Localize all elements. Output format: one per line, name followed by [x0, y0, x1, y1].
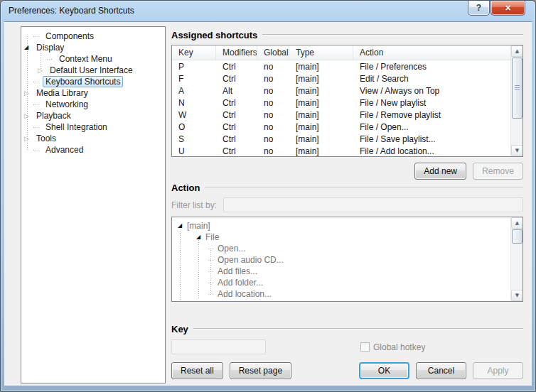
caption-buttons: ? × — [468, 1, 525, 16]
sidebar-item-display[interactable]: ◢ Display — [21, 42, 165, 53]
cell-action: File / Open... — [353, 121, 510, 133]
table-header-row: Key Modifiers Global Type Action — [172, 45, 510, 60]
column-header-global[interactable]: Global — [257, 45, 289, 60]
ok-button[interactable]: OK — [359, 362, 409, 379]
scroll-up-button[interactable]: ▲ — [511, 45, 523, 57]
expander-collapsed-icon[interactable]: ▷ — [24, 133, 33, 144]
cell-type: [main] — [289, 97, 353, 109]
sidebar-item-label: Context Menu — [56, 53, 115, 65]
expander-collapsed-icon[interactable]: ▷ — [24, 87, 33, 99]
cell-key: N — [172, 97, 216, 109]
tree-item-label: Open audio CD... — [218, 255, 284, 265]
sidebar-item-media-library[interactable]: ▷ Media Library — [21, 87, 165, 99]
sidebar-item-advanced[interactable]: Advanced — [21, 144, 165, 156]
preferences-window: Preferences: Keyboard Shortcuts ? × Comp… — [0, 0, 536, 392]
global-hotkey-checkbox — [360, 342, 370, 352]
sidebar-item-playback[interactable]: ▷ Playback — [21, 110, 165, 121]
table-row[interactable]: S Ctrl no [main] File / Save playlist... — [172, 133, 510, 145]
tree-connector — [33, 150, 40, 151]
tree-connector — [208, 249, 215, 249]
sidebar-item-keyboard-shortcuts[interactable]: Keyboard Shortcuts — [21, 76, 165, 87]
scrollbar-thumb[interactable] — [512, 58, 522, 119]
table-row[interactable]: F Ctrl no [main] Edit / Search — [172, 72, 510, 85]
column-header-modifiers[interactable]: Modifiers — [216, 45, 257, 60]
vertical-scrollbar[interactable]: ▲ ▼ — [510, 45, 522, 156]
cell-modifiers: Ctrl — [216, 72, 257, 85]
sidebar-item-components[interactable]: Components — [21, 31, 165, 42]
reset-all-button[interactable]: Reset all — [171, 362, 223, 379]
table-row[interactable]: O Ctrl no [main] File / Open... — [172, 121, 510, 133]
tree-item-label: Add folder... — [218, 278, 263, 288]
cell-type: [main] — [289, 72, 353, 85]
tree-connector — [208, 283, 215, 283]
scroll-down-icon: ▼ — [515, 148, 519, 153]
cell-modifiers: Ctrl — [216, 133, 257, 145]
table-row[interactable]: U Ctrl no [main] File / Add location... — [172, 145, 510, 157]
column-header-type[interactable]: Type — [289, 45, 353, 60]
scroll-up-icon: ▲ — [515, 220, 519, 226]
sidebar-item-shell-integration[interactable]: Shell Integration — [21, 121, 165, 133]
cell-key: S — [172, 133, 216, 145]
add-new-button[interactable]: Add new — [414, 163, 466, 180]
column-header-key[interactable]: Key — [172, 45, 216, 60]
tree-connector — [33, 127, 40, 128]
reset-page-button[interactable]: Reset page — [230, 362, 291, 379]
column-header-action[interactable]: Action — [353, 45, 510, 60]
sidebar-item-label-selected: Keyboard Shortcuts — [43, 76, 123, 87]
cell-modifiers: Ctrl — [216, 121, 257, 133]
sidebar-item-default-user-interface[interactable]: ▷ Default User Interface — [21, 65, 165, 76]
expander-expanded-icon[interactable]: ◢ — [24, 42, 33, 53]
table-row[interactable]: N Ctrl no [main] File / New playlist — [172, 97, 510, 109]
help-button[interactable]: ? — [468, 1, 490, 16]
table-row[interactable]: W Ctrl no [main] File / Remove playlist — [172, 109, 510, 121]
window-title: Preferences: Keyboard Shortcuts — [9, 6, 134, 16]
dialog-client-area: Components ◢ Display Context Menu ▷ Defa… — [4, 21, 532, 386]
titlebar[interactable]: Preferences: Keyboard Shortcuts ? × — [1, 1, 535, 21]
cell-type: [main] — [289, 121, 353, 133]
action-tree[interactable]: ◢ [main] ◢ File Open... Open audio CD... — [171, 217, 523, 302]
action-tree-item-file[interactable]: ◢ File — [172, 232, 522, 243]
action-tree-item-open-audio-cd[interactable]: Open audio CD... — [172, 254, 522, 266]
expander-collapsed-icon[interactable]: ▷ — [24, 110, 33, 121]
expander-expanded-icon[interactable]: ◢ — [178, 220, 187, 232]
cell-type: [main] — [289, 60, 353, 72]
sidebar-item-label: Shell Integration — [43, 121, 110, 133]
cell-action: View / Always on Top — [353, 85, 510, 97]
shortcuts-table[interactable]: Key Modifiers Global Type Action P Ctrl … — [171, 45, 523, 157]
vertical-scrollbar[interactable]: ▲ ▼ — [510, 217, 522, 301]
cell-key: W — [172, 109, 216, 121]
section-divider — [262, 34, 523, 36]
cell-modifiers: Ctrl — [216, 145, 257, 157]
global-hotkey-label: Global hotkey — [373, 342, 425, 352]
expander-expanded-icon[interactable]: ◢ — [196, 232, 205, 243]
action-tree-item-add-location[interactable]: Add location... — [172, 288, 522, 300]
sidebar-item-label: Networking — [43, 99, 91, 110]
sidebar-item-tools[interactable]: ▷ Tools — [21, 133, 165, 144]
action-tree-item-add-files[interactable]: Add files... — [172, 266, 522, 277]
cancel-button[interactable]: Cancel — [416, 362, 466, 379]
sidebar-item-networking[interactable]: Networking — [21, 99, 165, 110]
tree-connector — [33, 82, 40, 82]
action-tree-item-add-folder[interactable]: Add folder... — [172, 277, 522, 288]
tree-item-label: File — [205, 232, 219, 242]
cell-action: Edit / Search — [353, 72, 510, 85]
table-row[interactable]: A Alt no [main] View / Always on Top — [172, 85, 510, 97]
cell-global: no — [257, 121, 289, 133]
scroll-down-button[interactable]: ▼ — [511, 290, 523, 301]
filter-list-by-label: Filter list by: — [171, 200, 217, 210]
expander-collapsed-icon[interactable]: ▷ — [38, 65, 47, 76]
scroll-up-button[interactable]: ▲ — [511, 217, 523, 229]
cell-key: P — [172, 60, 216, 72]
tree-item-label: Add files... — [218, 266, 257, 276]
scroll-down-button[interactable]: ▼ — [511, 145, 523, 156]
action-tree-item-open[interactable]: Open... — [172, 243, 522, 254]
scroll-down-icon: ▼ — [515, 293, 519, 298]
action-tree-item-main[interactable]: ◢ [main] — [172, 220, 522, 232]
cell-type: [main] — [289, 133, 353, 145]
table-row[interactable]: P Ctrl no [main] File / Preferences — [172, 60, 510, 72]
tree-connector — [208, 260, 215, 261]
sidebar-item-context-menu[interactable]: Context Menu — [21, 53, 165, 65]
cell-type: [main] — [289, 109, 353, 121]
scrollbar-thumb[interactable] — [512, 229, 522, 244]
close-button[interactable]: × — [491, 1, 525, 16]
